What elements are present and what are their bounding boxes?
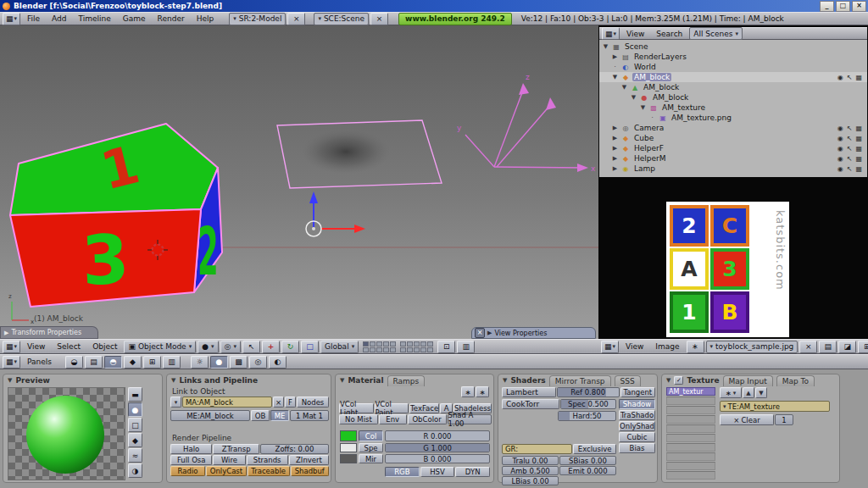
strands-button[interactable]: Strands bbox=[247, 455, 288, 465]
clear-texture-button[interactable]: ×Clear bbox=[720, 414, 774, 425]
material-buttons-button[interactable]: ● bbox=[210, 356, 228, 369]
mir-toggle[interactable]: Mir bbox=[359, 454, 383, 463]
expand-arrow-icon[interactable]: ▶ bbox=[611, 135, 619, 141]
layer-button[interactable] bbox=[414, 341, 420, 347]
manipulator-translate-button[interactable]: + bbox=[262, 341, 280, 353]
collapse-arrow-icon[interactable]: ▼ bbox=[666, 377, 670, 384]
menu-search[interactable]: Search bbox=[651, 30, 687, 38]
editor-type-button[interactable]: ▦▾ bbox=[601, 341, 619, 353]
expand-arrow-icon[interactable]: ▶ bbox=[611, 53, 619, 60]
r-slider[interactable]: R 0.000 bbox=[385, 430, 490, 441]
sbias-field[interactable]: SBias 0.00 bbox=[559, 456, 616, 465]
outliner-item-label[interactable]: Lamp bbox=[632, 164, 657, 173]
paint-mode-button[interactable]: ◪ bbox=[838, 341, 856, 353]
empty-helper-object[interactable] bbox=[465, 88, 583, 168]
logic-context-button[interactable]: ◒ bbox=[65, 356, 83, 369]
lock-button[interactable]: ⊡ bbox=[437, 341, 455, 353]
collapse-arrow-icon[interactable]: ▼ bbox=[639, 104, 647, 111]
expand-arrow-icon[interactable]: ▶ bbox=[487, 330, 492, 336]
layer-button[interactable] bbox=[400, 347, 406, 352]
renderability-icon[interactable]: ▦ bbox=[855, 155, 862, 163]
tab-ramps[interactable]: Ramps bbox=[387, 375, 426, 386]
visibility-icon[interactable]: ◉ bbox=[837, 145, 843, 152]
close-icon[interactable]: × bbox=[475, 328, 485, 338]
traceable-toggle[interactable]: Traceable bbox=[248, 466, 290, 476]
vcol-paint-toggle[interactable]: VCol Paint bbox=[375, 403, 409, 413]
scene-unlink-button[interactable]: × bbox=[370, 13, 388, 25]
texture-name-field[interactable]: ▾TE:AM_texture bbox=[720, 401, 830, 412]
outliner-item-am-block[interactable]: ▼◆AM_block◉↖▦ bbox=[599, 72, 867, 82]
layer-button[interactable] bbox=[376, 341, 382, 347]
texture-buttons-button[interactable]: ▩ bbox=[230, 356, 248, 369]
pack-image-button[interactable]: ▤ bbox=[819, 341, 837, 353]
collapse-arrow-icon[interactable]: ▼ bbox=[611, 74, 619, 80]
image-name-field[interactable]: ▾toyblock_sample.jpg bbox=[706, 341, 798, 353]
outliner-item-label[interactable]: HelperF bbox=[632, 144, 665, 152]
renderability-icon[interactable]: ▦ bbox=[855, 145, 862, 152]
menu-timeline[interactable]: Timeline bbox=[74, 14, 116, 23]
onlyshad-toggle[interactable]: OnlyShad bbox=[619, 421, 655, 431]
scene-selector[interactable]: ▾SCE:Scene bbox=[314, 13, 369, 25]
menu-select[interactable]: Select bbox=[52, 342, 86, 351]
layer-button[interactable] bbox=[370, 341, 376, 347]
ztransp-toggle[interactable]: ZTransp bbox=[213, 444, 259, 454]
outliner-item-am-texture-png[interactable]: ·▣AM_texture.png bbox=[599, 113, 867, 123]
texture-channel-empty[interactable] bbox=[666, 443, 715, 452]
object-context-button[interactable]: ◆ bbox=[124, 356, 142, 369]
manipulator-scale-button[interactable]: □ bbox=[301, 341, 319, 353]
draw-mode-dropdown[interactable]: ●▾ bbox=[198, 341, 218, 353]
selectability-icon[interactable]: ↖ bbox=[847, 155, 853, 163]
layer-button[interactable] bbox=[414, 347, 420, 352]
visibility-icon[interactable]: ◉ bbox=[837, 165, 843, 173]
menu-file[interactable]: File bbox=[22, 14, 45, 23]
vcol-light-toggle[interactable]: VCol Light bbox=[339, 403, 374, 413]
collapse-arrow-icon[interactable]: ▼ bbox=[171, 377, 175, 384]
outliner-item-renderlayers[interactable]: ▶▤RenderLayers bbox=[599, 52, 867, 62]
halo-toggle[interactable]: Halo bbox=[170, 444, 212, 454]
outliner-item-label[interactable]: AM_texture.png bbox=[670, 114, 733, 122]
unlink-material-button[interactable]: × bbox=[273, 396, 284, 408]
outliner-item-am-texture[interactable]: ▼▩AM_texture bbox=[599, 103, 867, 113]
outliner-item-label[interactable]: HelperM bbox=[632, 154, 668, 163]
layer-button[interactable] bbox=[427, 341, 433, 347]
expand-arrow-icon[interactable]: ▶ bbox=[4, 330, 8, 336]
ob-button[interactable]: OB bbox=[251, 410, 270, 421]
collapse-arrow-icon[interactable]: ▼ bbox=[340, 377, 344, 384]
menu-panels[interactable]: Panels bbox=[22, 358, 57, 366]
layer-button[interactable] bbox=[370, 347, 376, 352]
menu-render[interactable]: Render bbox=[153, 14, 190, 23]
outliner-item-label[interactable]: World bbox=[632, 63, 658, 71]
visibility-icon[interactable]: ◉ bbox=[837, 74, 843, 81]
shading-context-button[interactable]: ◓ bbox=[104, 356, 122, 369]
exclusive-toggle[interactable]: Exclusive bbox=[573, 444, 616, 454]
hsv-toggle[interactable]: HSV bbox=[420, 467, 455, 477]
cubic-toggle[interactable]: Cubic bbox=[619, 432, 655, 442]
outliner-item-camera[interactable]: ▶◎Camera◉↖▦ bbox=[599, 123, 867, 133]
hard-slider[interactable]: Hard:50 bbox=[558, 411, 616, 421]
minimize-button[interactable]: _ bbox=[820, 1, 834, 12]
emit-field[interactable]: Emit 0.000 bbox=[559, 466, 616, 475]
spe-toggle[interactable]: Spe bbox=[359, 443, 383, 452]
shadbuf-toggle[interactable]: Shadbuf bbox=[291, 466, 329, 476]
transform-manipulator[interactable] bbox=[306, 191, 365, 236]
editor-type-button[interactable]: ▦▾ bbox=[3, 356, 20, 369]
texture-channel-empty[interactable] bbox=[666, 434, 715, 442]
outliner-item-label[interactable]: AM_block bbox=[651, 93, 690, 102]
editor-type-button[interactable]: ▦▾ bbox=[3, 13, 20, 25]
renderability-icon[interactable]: ▦ bbox=[855, 125, 862, 132]
layer-button[interactable] bbox=[363, 341, 369, 347]
editor-type-button[interactable]: ▦▾ bbox=[3, 341, 20, 353]
expand-arrow-icon[interactable]: ▶ bbox=[611, 145, 619, 152]
channel-up-button[interactable]: ▲ bbox=[743, 387, 754, 398]
selectability-icon[interactable]: ↖ bbox=[847, 135, 853, 142]
layer-button[interactable] bbox=[376, 347, 382, 352]
specular-color-swatch[interactable] bbox=[340, 443, 357, 452]
screen-unlink-button[interactable]: × bbox=[287, 13, 305, 25]
selectability-icon[interactable]: ↖ bbox=[847, 125, 853, 132]
menu-view[interactable]: View bbox=[621, 30, 649, 38]
collapse-arrow-icon[interactable]: ▼ bbox=[620, 84, 628, 91]
close-button[interactable]: × bbox=[852, 1, 866, 12]
selectability-icon[interactable]: ↖ bbox=[847, 165, 853, 173]
preview-flat-button[interactable]: ▬ bbox=[128, 387, 142, 402]
renderability-icon[interactable]: ▦ bbox=[855, 165, 862, 173]
